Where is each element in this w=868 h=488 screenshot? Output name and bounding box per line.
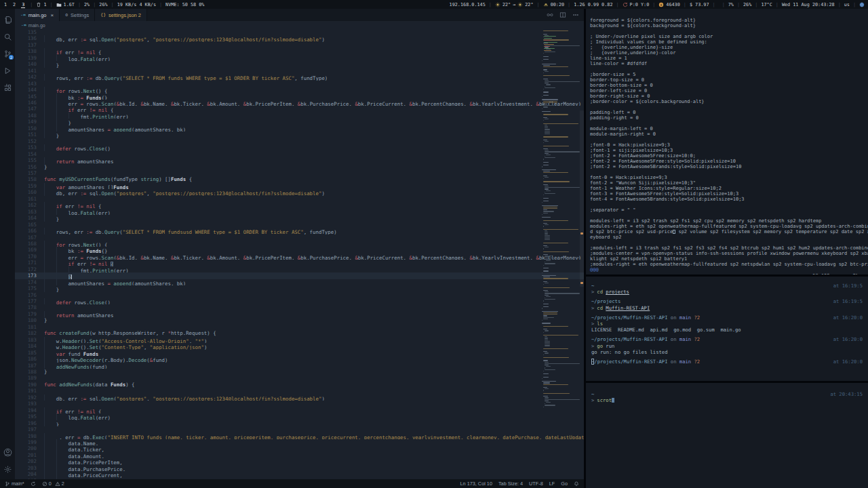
code-line-201: 201data.Amount, — [15, 452, 584, 458]
workspace-switcher[interactable]: 123 — [3, 1, 25, 8]
tab-size-indicator[interactable]: Tab Size: 4 — [498, 481, 523, 487]
shell-history-block: ~/projects/Muffin-REST-API on main ?2at … — [591, 336, 863, 355]
line-number: 173 — [15, 272, 44, 279]
polybar-module-left-3: 26% — [99, 2, 107, 7]
code-line-144: 144for rows.Next() { — [15, 87, 584, 93]
line-number: 169 — [15, 247, 44, 253]
tab-label: settings.json 2 — [108, 12, 141, 18]
code-line-188: 188} — [15, 369, 584, 375]
code-line-135: 135 — [15, 29, 584, 35]
polybar-module-right-4: P:0 Y:0 — [623, 2, 650, 7]
prompt-timestamp: at 16:20:0 — [833, 359, 863, 365]
vim-line — [590, 213, 864, 218]
git-branch: main — [679, 359, 691, 365]
workspace-3[interactable]: 3 — [21, 1, 25, 8]
line-number: 170 — [15, 253, 44, 260]
code-line-167: 167 — [15, 235, 584, 241]
problems-indicator[interactable]: 0 2 — [42, 481, 64, 487]
run-debug-icon[interactable] — [0, 62, 15, 79]
git-branch-indicator[interactable]: main* — [5, 481, 24, 487]
warning-icon — [55, 481, 60, 487]
eol-indicator[interactable]: LF — [549, 481, 555, 487]
code-line-151: 151} — [15, 131, 584, 138]
language-mode[interactable]: Go — [561, 481, 568, 487]
close-tab-icon[interactable]: × — [51, 12, 54, 18]
sync-indicator[interactable] — [31, 481, 36, 487]
vim-terminal-pane[interactable]: foreground = ${colors.foreground-alt}bac… — [586, 9, 868, 274]
tab-bar: -∞ main.go × ⚙ Settings {} settings.json… — [15, 9, 584, 21]
tab-main-go[interactable]: -∞ main.go × — [15, 9, 60, 21]
line-number: 149 — [15, 119, 44, 125]
code-editor[interactable]: 135136db, err := sql.Open("postgres", "p… — [15, 29, 584, 479]
git-decoration — [544, 38, 552, 39]
cursor-position[interactable]: Ln 173, Col 10 — [460, 481, 492, 487]
explorer-icon[interactable] — [0, 12, 15, 28]
line-number: 155 — [15, 157, 44, 163]
breadcrumb[interactable]: -∞ main.go — [15, 21, 584, 29]
code-line-175: 175} — [15, 285, 584, 291]
code-line-177: 177defer rows.Close() — [15, 298, 584, 304]
code-line-146: 146err = rows.Scan(&bk.Id, &bk.Name, &bk… — [15, 100, 584, 106]
open-changes-icon[interactable] — [547, 12, 553, 18]
source-control-icon[interactable]: 2 — [0, 45, 15, 62]
search-icon[interactable] — [0, 28, 15, 45]
line-number: 150 — [15, 125, 44, 131]
line-number: 146 — [15, 100, 44, 106]
code-line-197: 197 — [15, 426, 584, 432]
prompt-timestamp: at 16:20:0 — [833, 336, 863, 342]
code-line-171: 171if err != nil { — [15, 260, 584, 266]
minimap[interactable] — [541, 29, 580, 436]
line-number: 156 — [15, 164, 44, 170]
extensions-icon[interactable] — [0, 79, 15, 96]
code-line-182: 182func createFund(w http.ResponseWriter… — [15, 330, 584, 336]
command-output: LICENSE README.md api.md go.mod go.sum m… — [591, 327, 863, 333]
settings-gear-icon[interactable] — [0, 461, 15, 478]
code-line-154: 154 — [15, 151, 584, 157]
code-line-155: 155return amountShares — [15, 157, 584, 163]
editor-scrollbar[interactable] — [580, 29, 584, 479]
line-number: 142 — [15, 74, 44, 80]
code-line-170: 170err = rows.Scan(&bk.Id, &bk.Name, &bk… — [15, 253, 584, 260]
vim-line: ;modules-left = i3 trash sp2 fs1 sp2 fs3… — [590, 245, 864, 251]
line-number: 143 — [15, 81, 44, 87]
go-file-icon: -∞ — [20, 12, 26, 18]
split-editor-icon[interactable] — [559, 12, 566, 18]
tab-settings-json-2[interactable]: {} settings.json 2 — [95, 9, 147, 21]
line-number: 162 — [15, 202, 44, 208]
line-number: 192 — [15, 394, 44, 401]
scrollbar-thumb[interactable] — [580, 110, 584, 287]
more-actions-icon[interactable] — [572, 12, 579, 18]
vim-line: ; Individual values can be defined using… — [590, 39, 864, 45]
shell-terminal-pane-2[interactable]: ~at 20:43:15>scrot — [586, 383, 868, 488]
line-number: 137 — [15, 42, 44, 48]
command-line: >cd projects — [591, 289, 863, 295]
line-number: 154 — [15, 151, 44, 157]
polybar-left-modules: 1|1.6T|2%|26%|19 KB/s 4 KB/s|NVME: 50 58… — [36, 2, 204, 7]
line-number: 202 — [15, 458, 44, 464]
git-decoration — [544, 36, 556, 37]
code-line-158: 158func myUSDCurrentFunds(fundType strin… — [15, 176, 584, 182]
prompt-timestamp: at 16:19:5 — [833, 298, 863, 304]
encoding-indicator[interactable]: UTF-8 — [529, 481, 543, 487]
shell-history-block: ~/projects/Muffin-REST-API on main ?2at … — [591, 314, 863, 333]
sun-icon — [517, 2, 523, 7]
workspace-1[interactable]: 1 — [3, 1, 7, 8]
workspace-2[interactable]: 2 — [12, 1, 16, 8]
line-number: 191 — [15, 388, 44, 394]
vim-line — [590, 104, 864, 110]
vim-line: font-0 = Hack:pixelsize=9;3 — [590, 175, 864, 180]
notifications-bell-icon[interactable] — [574, 481, 579, 487]
line-number: 174 — [15, 279, 44, 285]
activity-bar: 2 — [0, 9, 15, 479]
prompt-timestamp: at 16:19:5 — [833, 283, 863, 289]
account-icon[interactable] — [0, 444, 15, 461]
polybar: 123 | 1|1.6T|2%|26%|19 KB/s 4 KB/s|NVME:… — [0, 0, 868, 9]
vim-line: ;font-2 = FontAwesome5Free:style=Solid:p… — [590, 159, 864, 164]
tab-settings[interactable]: ⚙ Settings — [60, 9, 95, 21]
vim-line: border-top-size = 0 — [590, 77, 864, 83]
git-status: ?2 — [691, 314, 700, 321]
prompt-line: ~at 16:19:5 — [591, 283, 863, 289]
polybar-module-right-13 — [859, 2, 865, 7]
shell-terminal-pane[interactable]: ~at 16:19:5>cd projects~/projectsat 16:1… — [586, 277, 868, 381]
code-line-159: 159var amountShares []Funds — [15, 183, 584, 189]
